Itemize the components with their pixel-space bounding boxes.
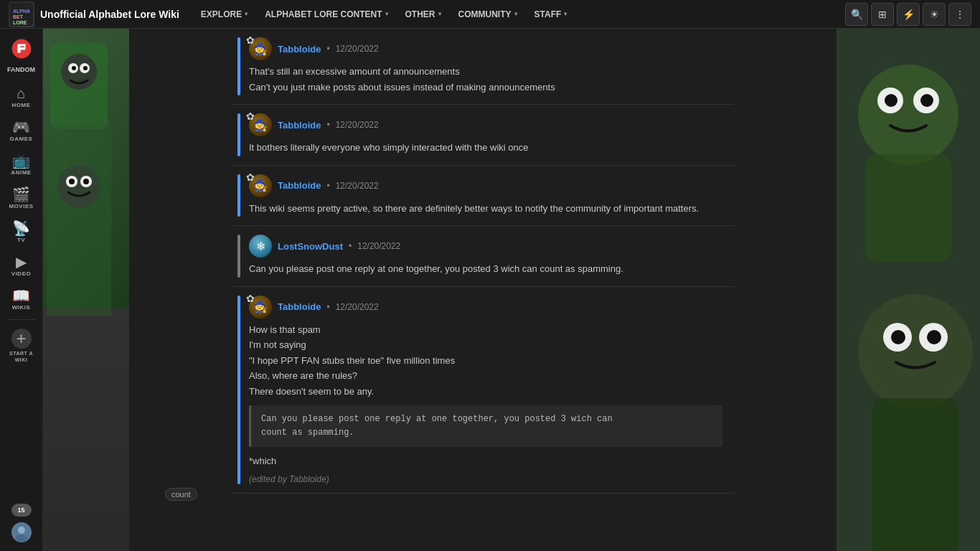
- wiki-logo: ALPHA BET LORE: [9, 1, 34, 27]
- user-notification-badge[interactable]: 15: [11, 504, 32, 517]
- sidebar-item-movies[interactable]: 🎬 MOVIES: [0, 182, 42, 215]
- separator-1: •: [326, 44, 329, 54]
- more-button[interactable]: ⋮: [948, 3, 971, 26]
- comment-line-3-1: This wiki seems pretty active, so there …: [249, 202, 722, 216]
- username-5[interactable]: Tabbloide: [278, 301, 321, 312]
- comment-inner-2: ✿ Tabbloide • 12/20/2022 It bothers lite…: [249, 113, 722, 156]
- wiki-logo-area: ALPHA BET LORE Unofficial Alphabet Lore …: [9, 1, 179, 27]
- fandom-logo-image: [11, 39, 32, 59]
- badge-icon-1: ✿: [246, 34, 255, 46]
- svg-point-12: [72, 66, 76, 70]
- comment-text-3: This wiki seems pretty active, so there …: [249, 202, 722, 216]
- comment-line-5-1: How is that spam: [249, 323, 722, 337]
- right-decor-art: [837, 29, 980, 551]
- comments-container: ✿ Tabbloide • 12/20/2022 That's still an…: [232, 29, 734, 508]
- username-1[interactable]: Tabbloide: [278, 44, 321, 55]
- sidebar-item-wikis[interactable]: 📖 WIKIS: [0, 283, 42, 316]
- theme-button[interactable]: ☀: [923, 3, 946, 26]
- sidebar-item-anime[interactable]: 📺 ANIME: [0, 148, 42, 182]
- nav-items: EXPLORE ▾ ALPHABET LORE CONTENT ▾ OTHER …: [194, 5, 838, 24]
- svg-point-15: [57, 165, 100, 208]
- username-2[interactable]: Tabbloide: [278, 120, 321, 131]
- left-decor-bg: [43, 29, 129, 551]
- svg-point-18: [69, 179, 75, 184]
- sidebar-anime-label: ANIME: [11, 169, 31, 176]
- nav-explore[interactable]: EXPLORE ▾: [194, 5, 255, 24]
- nav-community[interactable]: COMMUNITY ▾: [451, 5, 524, 24]
- comment-text-1: That's still an excessive amount of anno…: [249, 65, 722, 94]
- left-decorative-panel: [43, 29, 129, 551]
- explore-chevron-icon: ▾: [245, 11, 248, 17]
- comment-line-1-1: That's still an excessive amount of anno…: [249, 65, 722, 79]
- comment-inner-3: ✿ Tabbloide • 12/20/2022 This wiki seems…: [249, 174, 722, 217]
- comment-line-5-2: I'm not saying: [249, 338, 722, 352]
- comment-inner-5: ✿ Tabbloide • 12/20/2022 How is that spa…: [249, 296, 722, 484]
- community-chevron-icon: ▾: [514, 11, 517, 17]
- avatar-container-3: ✿: [249, 174, 272, 197]
- svg-point-30: [891, 330, 905, 344]
- sidebar-item-tv[interactable]: 📡 TV: [0, 215, 42, 249]
- main-layout: FANDOM ⌂ HOME 🎮 GAMES 📺 ANIME 🎬 MOVIES 📡…: [0, 29, 980, 551]
- sidebar-movies-label: MOVIES: [9, 203, 33, 209]
- separator-5: •: [326, 302, 329, 312]
- sidebar-wikis-label: WIKIS: [12, 304, 31, 311]
- sidebar-video-label: VIDEO: [11, 270, 31, 277]
- svg-rect-26: [865, 154, 951, 262]
- comment-header-2: ✿ Tabbloide • 12/20/2022: [249, 113, 722, 136]
- svg-point-27: [858, 294, 973, 409]
- comment-border-2: [237, 113, 240, 156]
- svg-point-6: [18, 527, 25, 534]
- comment-correction-5: *which: [249, 454, 722, 468]
- badge-icon-2: ✿: [246, 110, 255, 122]
- separator-3: •: [326, 181, 329, 191]
- avatar-container-4: [249, 235, 272, 258]
- comment-line-5-5: There doesn't seem to be any.: [249, 385, 722, 399]
- sidebar-games-label: GAMES: [10, 136, 33, 142]
- fandom-logo[interactable]: [7, 34, 36, 63]
- comment-line-1-2: Can't you just make posts about issues i…: [249, 80, 722, 95]
- avatar-container-5: ✿: [249, 296, 272, 319]
- comment-border-4: [237, 235, 240, 278]
- username-3[interactable]: Tabbloide: [278, 180, 321, 191]
- games-icon: 🎮: [12, 120, 30, 134]
- sidebar-start-wiki-label: START AWIKI: [9, 350, 33, 363]
- movies-icon: 🎬: [12, 187, 30, 202]
- sidebar-item-games[interactable]: 🎮 GAMES: [0, 114, 42, 148]
- nav-alphabet-content[interactable]: ALPHABET LORE CONTENT ▾: [258, 5, 395, 24]
- fandom-logo-text: FANDOM: [7, 66, 35, 73]
- nav-right: 🔍 ⊞ ⚡ ☀ ⋮: [845, 3, 971, 26]
- user-avatar[interactable]: [11, 522, 32, 542]
- date-4: 12/20/2022: [357, 241, 400, 251]
- nav-other[interactable]: OTHER ▾: [398, 5, 448, 24]
- search-button[interactable]: 🔍: [845, 3, 868, 26]
- badge-icon-3: ✿: [246, 171, 255, 183]
- comment-text-5: How is that spam I'm not saying "I hope …: [249, 323, 722, 468]
- svg-text:ALPHA: ALPHA: [13, 9, 30, 14]
- start-wiki-icon: +: [11, 329, 32, 349]
- sidebar-item-home[interactable]: ⌂ HOME: [0, 80, 42, 114]
- sidebar-item-video[interactable]: ▶ VIDEO: [0, 249, 42, 283]
- comment-line-5-4: Also, where are the rules?: [249, 369, 722, 383]
- main-content: ✿ Tabbloide • 12/20/2022 That's still an…: [129, 29, 837, 551]
- comment-2: ✿ Tabbloide • 12/20/2022 It bothers lite…: [232, 105, 734, 166]
- random-page-button[interactable]: ⚡: [897, 3, 920, 26]
- edit-note-5: (edited by Tabbloide): [249, 474, 722, 484]
- svg-point-31: [927, 330, 941, 344]
- sidebar-divider: [7, 319, 36, 320]
- wiki-activities-button[interactable]: ⊞: [871, 3, 894, 26]
- comment-1: ✿ Tabbloide • 12/20/2022 That's still an…: [232, 29, 734, 105]
- date-3: 12/20/2022: [336, 181, 379, 191]
- home-icon: ⌂: [17, 86, 25, 100]
- comment-header-1: ✿ Tabbloide • 12/20/2022: [249, 37, 722, 60]
- comment-line-4-1: Can you please post one reply at one tog…: [249, 262, 722, 276]
- comment-inner-4: LostSnowDust • 12/20/2022 Can you please…: [249, 235, 722, 278]
- username-4[interactable]: LostSnowDust: [278, 241, 343, 252]
- sidebar-item-start-wiki[interactable]: + START AWIKI: [0, 323, 42, 369]
- comment-header-5: ✿ Tabbloide • 12/20/2022: [249, 296, 722, 319]
- svg-text:BET: BET: [13, 14, 24, 19]
- sidebar-tv-label: TV: [17, 237, 25, 243]
- date-5: 12/20/2022: [336, 302, 379, 312]
- nav-staff[interactable]: STAFF ▾: [527, 5, 575, 24]
- top-nav: ALPHA BET LORE Unofficial Alphabet Lore …: [0, 0, 980, 29]
- sidebar-home-label: HOME: [12, 102, 31, 108]
